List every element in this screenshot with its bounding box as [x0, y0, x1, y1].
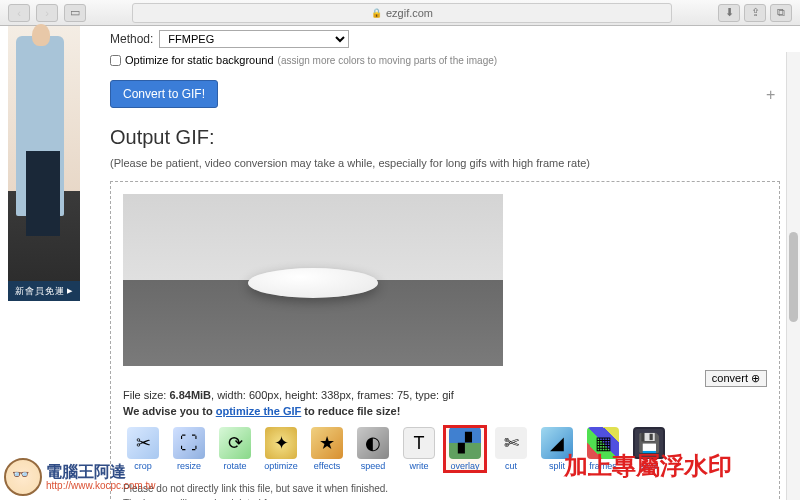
ad-caption: 新會員免運 [8, 281, 80, 301]
watermark-title: 電腦王阿達 [46, 463, 155, 481]
forward-button[interactable]: › [36, 4, 58, 22]
speed-icon: ◐ [357, 427, 389, 459]
optimize-link[interactable]: optimize the GIF [216, 405, 302, 417]
output-heading: Output GIF: [110, 126, 780, 149]
optimize-icon: ✦ [265, 427, 297, 459]
method-label: Method: [110, 32, 153, 46]
sidebar-advertisement[interactable]: 新會員免運 [8, 26, 80, 301]
tool-effects[interactable]: ★effects [307, 427, 347, 471]
main-content: Method: FFMPEG Optimize for static backg… [80, 26, 800, 500]
method-select[interactable]: FFMPEG [159, 30, 349, 48]
tool-write[interactable]: Twrite [399, 427, 439, 471]
effects-icon: ★ [311, 427, 343, 459]
crop-icon: ✂ [127, 427, 159, 459]
back-button[interactable]: ‹ [8, 4, 30, 22]
expand-icon[interactable]: + [766, 86, 782, 102]
footer-notes: Please do not directly link this file, b… [123, 481, 767, 500]
tool-resize[interactable]: ⛶resize [169, 427, 209, 471]
watermark: 電腦王阿達 http://www.kocpc.com.tw [4, 458, 155, 496]
browser-toolbar: ‹ › ▭ 🔒 ezgif.com ⬇ ⇪ ⧉ [0, 0, 800, 26]
watermark-avatar [4, 458, 42, 496]
optimize-advice: We advise you to optimize the GIF to red… [123, 405, 767, 417]
write-icon: T [403, 427, 435, 459]
resize-icon: ⛶ [173, 427, 205, 459]
overlay-icon: ▞ [449, 427, 481, 459]
tool-cut[interactable]: ✄cut [491, 427, 531, 471]
tool-rotate[interactable]: ⟳rotate [215, 427, 255, 471]
address-bar[interactable]: 🔒 ezgif.com [132, 3, 672, 23]
ad-image [8, 26, 80, 276]
patience-note: (Please be patient, video conversion may… [110, 157, 780, 169]
url-text: ezgif.com [386, 7, 433, 19]
scrollbar[interactable] [786, 52, 800, 500]
tabs-button[interactable]: ⧉ [770, 4, 792, 22]
sidebar-toggle[interactable]: ▭ [64, 4, 86, 22]
optimize-hint: (assign more colors to moving parts of t… [278, 55, 498, 66]
lock-icon: 🔒 [371, 8, 382, 18]
annotation-text: 加上專屬浮水印 [564, 450, 732, 482]
convert-small-button[interactable]: convert ⊕ [705, 370, 767, 387]
gif-preview-image [123, 194, 503, 366]
tool-speed[interactable]: ◐speed [353, 427, 393, 471]
watermark-url: http://www.kocpc.com.tw [46, 480, 155, 491]
file-info: File size: 6.84MiB, width: 600px, height… [123, 389, 767, 401]
scrollbar-thumb[interactable] [789, 232, 798, 322]
cut-icon: ✄ [495, 427, 527, 459]
download-button[interactable]: ⬇ [718, 4, 740, 22]
share-button[interactable]: ⇪ [744, 4, 766, 22]
convert-button[interactable]: Convert to GIF! [110, 80, 218, 108]
tool-optimize[interactable]: ✦optimize [261, 427, 301, 471]
optimize-label: Optimize for static background [125, 54, 274, 66]
tool-overlay[interactable]: ▞overlay [445, 427, 485, 471]
rotate-icon: ⟳ [219, 427, 251, 459]
optimize-checkbox[interactable] [110, 55, 121, 66]
